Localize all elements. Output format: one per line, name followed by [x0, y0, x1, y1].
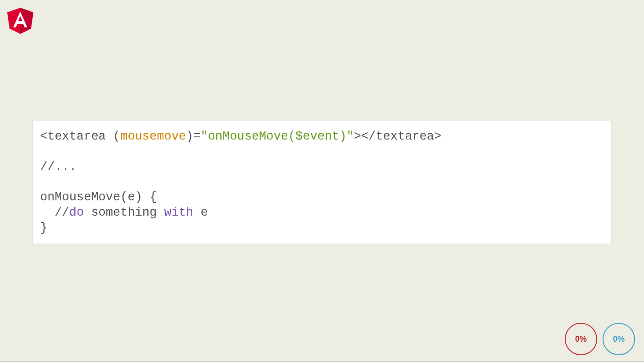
svg-marker-1 — [20, 8, 33, 34]
code-token-string: "onMouseMove($event)" — [200, 130, 354, 143]
code-token: //... — [40, 160, 77, 174]
progress-badge-left: 0% — [565, 323, 597, 355]
progress-badges: 0% 0% — [565, 323, 635, 355]
code-token-keyword: do — [69, 206, 84, 219]
angular-logo-icon — [5, 5, 35, 36]
code-snippet: <textarea (mousemove)="onMouseMove($even… — [32, 121, 612, 244]
code-token: <textarea ( — [40, 130, 120, 143]
progress-badge-right: 0% — [603, 323, 635, 355]
code-token-attr: mousemove — [120, 130, 186, 143]
code-token: ></textarea> — [354, 130, 441, 143]
code-token-keyword: with — [164, 206, 193, 219]
code-token: e — [193, 206, 208, 219]
code-token: )= — [186, 130, 200, 143]
code-token: onMouseMove(e) { — [40, 190, 157, 204]
code-token: something — [84, 206, 164, 219]
code-token: } — [40, 221, 47, 235]
code-token: // — [40, 206, 69, 219]
